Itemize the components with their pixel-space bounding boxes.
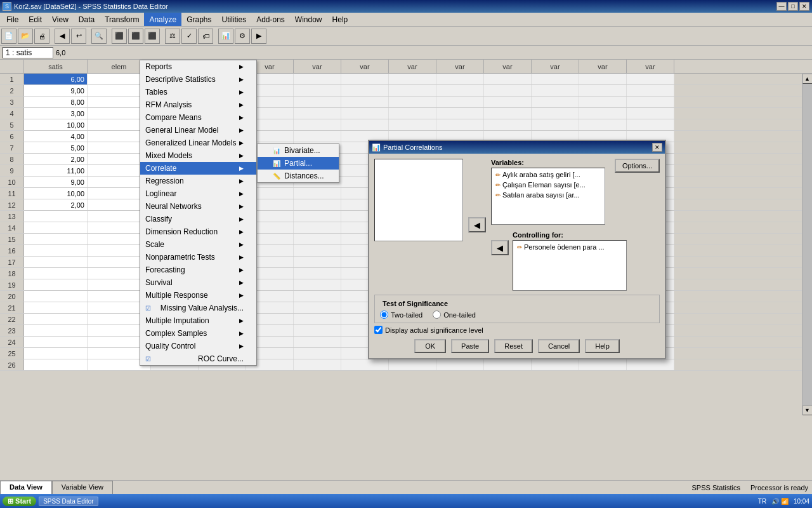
cell-satis[interactable]: 2,00 [24, 199, 88, 210]
toolbar-undo[interactable]: ↩ [71, 29, 86, 44]
tab-data-view[interactable]: Data View [0, 481, 52, 494]
cell-satis[interactable] [24, 359, 88, 370]
cell-var[interactable] [484, 359, 532, 370]
menu-tables[interactable]: Tables [140, 86, 256, 98]
one-tailed-radio[interactable] [433, 311, 441, 319]
cell-satis[interactable] [24, 291, 88, 302]
cell-var[interactable] [341, 359, 389, 370]
tab-variable-view[interactable]: Variable View [52, 481, 113, 494]
var-item-personele[interactable]: ✏ Personele ödenen para ... [514, 242, 625, 252]
cell-var[interactable] [627, 97, 674, 107]
cell-var[interactable] [484, 108, 532, 119]
cell-var[interactable] [294, 268, 341, 279]
menu-utilities[interactable]: Utilities [216, 13, 251, 26]
menu-missing-value[interactable]: ☑Missing Value Analysis... [140, 302, 256, 314]
cell-satis[interactable]: 6,00 [24, 74, 88, 84]
col-header-var11[interactable]: var [627, 60, 674, 73]
cell-var[interactable] [436, 108, 484, 119]
controlling-list[interactable]: ✏ Personele ödenen para ... [513, 240, 627, 291]
toolbar-chart[interactable]: 📊 [218, 29, 233, 44]
cell-satis[interactable] [24, 337, 88, 347]
cell-var[interactable] [294, 302, 341, 313]
cell-satis[interactable]: 3,00 [24, 108, 88, 119]
menu-descriptive-statistics[interactable]: Descriptive Statistics [140, 73, 256, 86]
menu-view[interactable]: View [47, 13, 74, 26]
cell-var[interactable] [436, 119, 484, 130]
cell-var[interactable] [294, 108, 341, 119]
var-item-gelir[interactable]: ✏ Aylık araba satış geliri [... [493, 170, 603, 180]
cell-satis[interactable]: 10,00 [24, 119, 88, 130]
cell-var[interactable] [389, 74, 436, 84]
cell-var[interactable] [294, 222, 341, 233]
cell-reference[interactable] [3, 47, 53, 58]
menu-forecasting[interactable]: Forecasting [140, 264, 256, 276]
menu-quality-control[interactable]: Quality Control [140, 340, 256, 352]
cell-satis[interactable] [24, 302, 88, 313]
maximize-button[interactable]: □ [788, 2, 798, 11]
cell-var[interactable] [532, 359, 579, 370]
toolbar-dialog-recall[interactable]: ◀ [55, 29, 70, 44]
scroll-down-button[interactable]: ▼ [802, 405, 813, 415]
two-tailed-option[interactable]: Two-tailed [380, 311, 422, 319]
menu-neural-networks[interactable]: Neural Networks [140, 200, 256, 213]
menu-glm[interactable]: General Linear Model [140, 124, 256, 137]
menu-file[interactable]: File [1, 13, 23, 26]
cell-satis[interactable]: 11,00 [24, 165, 88, 176]
cell-var[interactable] [294, 337, 341, 347]
scroll-up-button[interactable]: ▲ [802, 74, 813, 84]
col-header-satis[interactable]: satis [24, 60, 88, 73]
cell-var[interactable] [389, 359, 436, 370]
menu-edit[interactable]: Edit [23, 13, 47, 26]
cell-var[interactable] [579, 85, 627, 96]
cell-var[interactable] [341, 74, 389, 84]
menu-scale[interactable]: Scale [140, 238, 256, 251]
cell-var[interactable] [627, 359, 674, 370]
menu-help[interactable]: Help [327, 13, 353, 26]
variables-list[interactable]: ✏ Aylık araba satış geliri [... ✏ Çalışa… [491, 168, 605, 225]
cell-satis[interactable]: 9,00 [24, 177, 88, 187]
display-sig-checkbox[interactable] [374, 326, 383, 334]
cell-var[interactable] [532, 108, 579, 119]
menu-transform[interactable]: Transform [100, 13, 144, 26]
submenu-distances[interactable]: 📏 Distances... [258, 170, 339, 182]
cell-var[interactable] [389, 108, 436, 119]
cell-var[interactable] [294, 359, 341, 370]
cell-satis[interactable] [24, 268, 88, 279]
two-tailed-radio[interactable] [380, 311, 388, 319]
cell-satis[interactable]: 10,00 [24, 188, 88, 199]
cell-satis[interactable] [24, 314, 88, 324]
toolbar-new[interactable]: 📄 [1, 29, 16, 44]
menu-regression[interactable]: Regression [140, 175, 256, 187]
toolbar-select[interactable]: ✓ [181, 29, 197, 44]
toolbar-print[interactable]: 🖨 [34, 29, 49, 44]
toolbar-script[interactable]: ▶ [251, 29, 266, 44]
menu-rfm[interactable]: RFM Analysis [140, 98, 256, 111]
cell-var[interactable] [294, 291, 341, 302]
cell-satis[interactable] [24, 245, 88, 256]
menu-mixed-models[interactable]: Mixed Models [140, 149, 256, 162]
menu-data[interactable]: Data [74, 13, 100, 26]
menu-generalized-lm[interactable]: Generalized Linear Models [140, 137, 256, 149]
menu-dimension-reduction[interactable]: Dimension Reduction [140, 225, 256, 238]
menu-nonparametric[interactable]: Nonparametric Tests [140, 251, 256, 264]
toolbar-find[interactable]: 🔍 [91, 29, 107, 44]
col-header-var8[interactable]: var [484, 60, 532, 73]
menu-roc-curve[interactable]: ☑ROC Curve... [140, 352, 256, 365]
cell-var[interactable] [532, 119, 579, 130]
cell-satis[interactable]: 2,00 [24, 154, 88, 164]
cell-var[interactable] [341, 97, 389, 107]
cell-var[interactable] [294, 325, 341, 336]
cell-var[interactable] [484, 97, 532, 107]
cell-var[interactable] [294, 245, 341, 256]
cell-var[interactable] [484, 85, 532, 96]
cell-satis[interactable]: 4,00 [24, 131, 88, 142]
minimize-button[interactable]: — [776, 2, 787, 11]
cell-var[interactable] [294, 234, 341, 244]
one-tailed-option[interactable]: One-tailed [433, 311, 476, 319]
toolbar-insert-var[interactable]: ⬛ [128, 29, 143, 44]
cell-satis[interactable]: 5,00 [24, 142, 88, 153]
cell-var[interactable] [389, 119, 436, 130]
cell-var[interactable] [341, 119, 389, 130]
cell-satis[interactable] [24, 325, 88, 336]
var-item-satilan[interactable]: ✏ Satılan araba sayısı [ar... [493, 190, 603, 200]
